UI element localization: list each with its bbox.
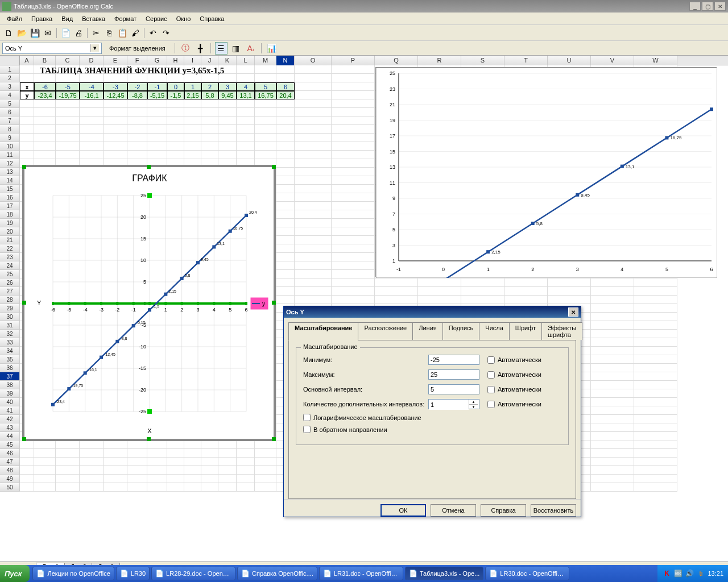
cell[interactable]: [20, 483, 34, 492]
format-selection-button[interactable]: Формат выделения: [104, 43, 171, 53]
cell[interactable]: [276, 168, 295, 176]
cell[interactable]: [34, 151, 56, 159]
cell[interactable]: [591, 381, 634, 389]
row-header[interactable]: 19: [0, 219, 20, 227]
cell[interactable]: [20, 142, 34, 151]
cell[interactable]: [332, 117, 375, 125]
minor-count-input[interactable]: [429, 400, 469, 410]
cell[interactable]: [80, 142, 104, 151]
cell[interactable]: [218, 483, 237, 492]
column-header-S[interactable]: S: [461, 56, 504, 65]
cell[interactable]: [591, 475, 634, 483]
dialog-titlebar[interactable]: Ось Y ✕: [284, 306, 581, 318]
cell[interactable]: [295, 168, 332, 176]
row-header[interactable]: 16: [0, 193, 20, 202]
chart-type-icon[interactable]: 📊: [266, 42, 278, 55]
cell[interactable]: [20, 65, 34, 74]
tab-line[interactable]: Линия: [412, 322, 443, 340]
cell[interactable]: [147, 125, 167, 134]
cell[interactable]: 9,45: [218, 91, 237, 99]
cell[interactable]: [127, 483, 147, 492]
cell[interactable]: [375, 287, 418, 296]
cell[interactable]: [127, 449, 147, 458]
row-header[interactable]: 33: [0, 338, 20, 347]
new-icon[interactable]: 🗋: [2, 27, 15, 39]
ok-button[interactable]: ОК: [380, 504, 426, 517]
cell[interactable]: -19,75: [56, 91, 80, 99]
row-header[interactable]: 25: [0, 270, 20, 278]
menu-help[interactable]: Справка: [195, 14, 229, 23]
cell[interactable]: [56, 134, 80, 142]
grid-horizontal-icon[interactable]: ☰: [215, 42, 228, 55]
cell[interactable]: [461, 296, 504, 304]
cell[interactable]: [276, 236, 295, 244]
cell[interactable]: [147, 117, 167, 125]
column-header-Q[interactable]: Q: [375, 56, 418, 65]
cell[interactable]: [201, 151, 218, 159]
cell[interactable]: [20, 151, 34, 159]
row-header[interactable]: 20: [0, 227, 20, 236]
cell[interactable]: [167, 475, 184, 483]
cell[interactable]: [418, 287, 461, 296]
column-header-F[interactable]: F: [127, 56, 147, 65]
cell[interactable]: [80, 449, 104, 458]
cell[interactable]: [184, 475, 201, 483]
cell[interactable]: [147, 99, 167, 108]
cell[interactable]: [201, 108, 218, 117]
column-header-C[interactable]: C: [56, 56, 80, 65]
name-box-input[interactable]: [5, 45, 90, 52]
cell[interactable]: [237, 65, 255, 74]
column-header-U[interactable]: U: [548, 56, 591, 65]
cell[interactable]: [332, 296, 375, 304]
cell[interactable]: [34, 134, 56, 142]
cell[interactable]: [295, 176, 332, 185]
cell[interactable]: [332, 125, 375, 134]
cell[interactable]: [504, 278, 548, 287]
cell[interactable]: [591, 398, 634, 406]
cell[interactable]: [634, 389, 677, 398]
export-pdf-icon[interactable]: 📄: [59, 27, 72, 39]
cell[interactable]: [127, 142, 147, 151]
cell[interactable]: [56, 466, 80, 475]
cell[interactable]: [276, 227, 295, 236]
row-header[interactable]: 27: [0, 287, 20, 296]
cell[interactable]: [332, 74, 375, 82]
taskbar-item[interactable]: 📄LR30: [116, 567, 150, 580]
cell[interactable]: [332, 82, 375, 91]
cell[interactable]: [461, 278, 504, 287]
row-header[interactable]: 22: [0, 244, 20, 253]
cell[interactable]: [34, 466, 56, 475]
mail-icon[interactable]: ✉: [42, 27, 54, 39]
cell[interactable]: [591, 347, 634, 355]
cell[interactable]: [56, 449, 80, 458]
cell[interactable]: [591, 287, 634, 296]
cell[interactable]: [127, 466, 147, 475]
cell[interactable]: -4: [80, 82, 104, 91]
cell[interactable]: 0: [167, 82, 184, 91]
cell[interactable]: [634, 278, 677, 287]
cell[interactable]: [104, 151, 127, 159]
cell[interactable]: [147, 466, 167, 475]
cell[interactable]: [255, 142, 276, 151]
taskbar-item[interactable]: 📄Лекции по OpenOffice: [32, 567, 114, 580]
cell[interactable]: [237, 458, 255, 466]
cell[interactable]: -1,5: [167, 91, 184, 99]
cell[interactable]: [20, 134, 34, 142]
cell[interactable]: [80, 108, 104, 117]
print-icon[interactable]: 🖨: [72, 27, 85, 39]
cell[interactable]: [332, 176, 375, 185]
cell[interactable]: [295, 219, 332, 227]
tab-scaling[interactable]: Масштабирование: [288, 322, 358, 340]
cell[interactable]: [295, 210, 332, 219]
cell[interactable]: [218, 151, 237, 159]
column-header-G[interactable]: G: [147, 56, 167, 65]
cell[interactable]: [80, 440, 104, 449]
column-header-V[interactable]: V: [591, 56, 634, 65]
taskbar-item[interactable]: 📄LR30.doc - OpenOffic...: [485, 567, 569, 580]
cell[interactable]: 2,15: [184, 91, 201, 99]
cell[interactable]: [295, 125, 332, 134]
cell[interactable]: [56, 125, 80, 134]
cell[interactable]: [147, 134, 167, 142]
cell[interactable]: [80, 134, 104, 142]
cell[interactable]: [276, 151, 295, 159]
